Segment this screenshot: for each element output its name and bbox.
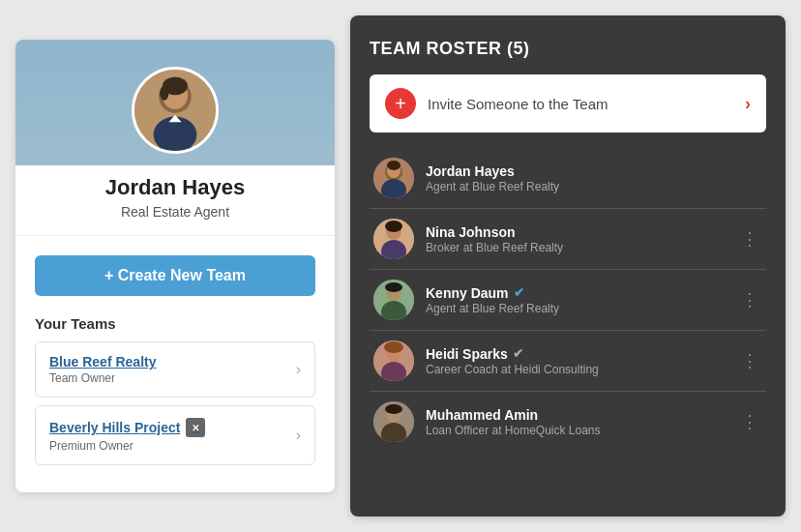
- member-name-nina: Nina Johnson: [426, 224, 737, 240]
- member-info-heidi: Heidi Sparks ✔ Career Coach at Heidi Con…: [426, 346, 737, 376]
- team-chevron-blue-reef: ›: [296, 361, 301, 378]
- member-info-jordan: Jordan Hayes Agent at Blue Reef Realty: [426, 163, 762, 193]
- invite-bar-left: + Invite Someone to the Team: [385, 88, 608, 119]
- team-item-left: Blue Reef Realty Team Owner: [49, 354, 156, 385]
- member-verified-icon-heidi: ✔: [513, 346, 523, 361]
- left-card: Jordan Hayes Real Estate Agent + Create …: [15, 40, 335, 492]
- your-teams-label: Your Teams: [35, 315, 315, 332]
- member-info-muhammed: Muhammed Amin Loan Officer at HomeQuick …: [426, 407, 737, 437]
- member-row: Muhammed Amin Loan Officer at HomeQuick …: [370, 392, 766, 452]
- member-role-muhammed: Loan Officer at HomeQuick Loans: [426, 424, 737, 437]
- profile-avatar: [132, 67, 219, 154]
- svg-point-4: [160, 86, 168, 101]
- team-role-blue-reef: Team Owner: [49, 371, 156, 385]
- team-item-blue-reef[interactable]: Blue Reef Realty Team Owner ›: [35, 341, 315, 398]
- member-avatar-kenny: [373, 280, 414, 320]
- member-role-kenny: Agent at Blue Reef Realty: [426, 302, 737, 315]
- create-new-team-button[interactable]: + Create New Team: [35, 255, 315, 296]
- member-role-nina: Broker at Blue Reef Realty: [426, 241, 737, 254]
- member-menu-heidi[interactable]: ⋮: [737, 350, 762, 371]
- member-row: Jordan Hayes Agent at Blue Reef Realty: [370, 148, 766, 209]
- profile-name: Jordan Hayes: [35, 175, 315, 200]
- svg-point-18: [385, 282, 402, 292]
- member-row: Kenny Daum ✔ Agent at Blue Reef Realty ⋮: [370, 270, 766, 331]
- roster-title: TEAM ROSTER (5): [370, 39, 766, 59]
- member-role-jordan: Agent at Blue Reef Realty: [426, 180, 762, 193]
- right-panel: TEAM ROSTER (5) + Invite Someone to the …: [350, 15, 786, 517]
- premium-badge-icon: ✕: [186, 418, 205, 437]
- member-avatar-nina: [373, 219, 414, 259]
- team-chevron-beverly-hills: ›: [296, 427, 301, 444]
- member-list: Jordan Hayes Agent at Blue Reef Realty N…: [370, 148, 766, 493]
- member-verified-icon-kenny: ✔: [514, 285, 524, 300]
- team-role-beverly-hills: Premium Owner: [49, 439, 205, 453]
- invite-text: Invite Someone to the Team: [428, 96, 608, 112]
- svg-point-26: [385, 404, 402, 414]
- member-row: Nina Johnson Broker at Blue Reef Realty …: [370, 209, 766, 270]
- invite-bar[interactable]: + Invite Someone to the Team ›: [370, 74, 766, 133]
- member-menu-kenny[interactable]: ⋮: [737, 289, 762, 310]
- svg-point-10: [387, 161, 400, 170]
- team-item-beverly-hills[interactable]: Beverly Hills Project ✕ Premium Owner ›: [35, 405, 315, 465]
- team-name-blue-reef: Blue Reef Realty: [49, 354, 156, 369]
- member-menu-nina[interactable]: ⋮: [737, 228, 762, 250]
- member-name-jordan: Jordan Hayes: [426, 163, 762, 179]
- profile-title: Real Estate Agent: [35, 204, 315, 220]
- svg-point-22: [384, 341, 403, 353]
- team-name-beverly-hills: Beverly Hills Project ✕: [49, 418, 205, 437]
- member-info-nina: Nina Johnson Broker at Blue Reef Realty: [426, 224, 737, 254]
- profile-body: + Create New Team Your Teams Blue Reef R…: [15, 236, 335, 492]
- member-name-muhammed: Muhammed Amin: [426, 407, 737, 423]
- member-avatar-muhammed: [373, 401, 414, 442]
- invite-plus-icon: +: [385, 88, 416, 119]
- member-avatar-jordan: [373, 158, 414, 198]
- member-menu-muhammed[interactable]: ⋮: [737, 411, 762, 432]
- member-row: Heidi Sparks ✔ Career Coach at Heidi Con…: [370, 331, 766, 392]
- member-info-kenny: Kenny Daum ✔ Agent at Blue Reef Realty: [426, 285, 737, 315]
- team-item-left-bh: Beverly Hills Project ✕ Premium Owner: [49, 418, 205, 453]
- member-name-heidi: Heidi Sparks ✔: [426, 346, 737, 362]
- member-avatar-heidi: [373, 340, 414, 381]
- member-name-kenny: Kenny Daum ✔: [426, 285, 737, 301]
- member-role-heidi: Career Coach at Heidi Consulting: [426, 363, 737, 376]
- invite-chevron-icon: ›: [745, 94, 751, 114]
- svg-point-14: [385, 221, 402, 232]
